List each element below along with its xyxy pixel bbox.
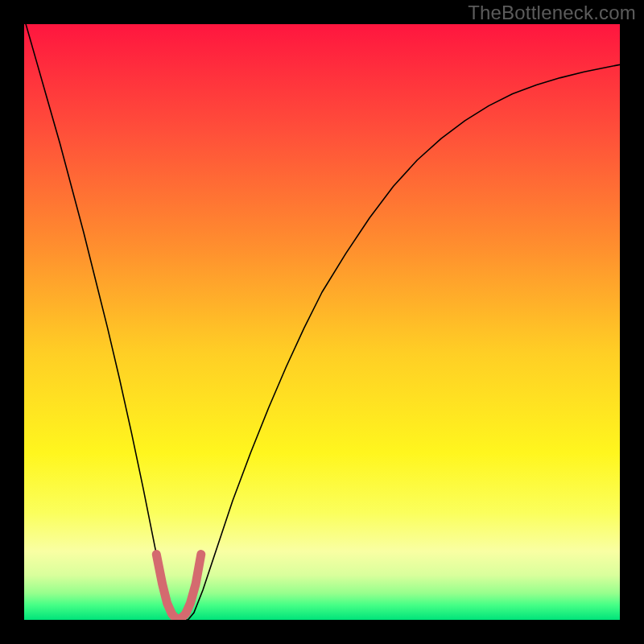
plot-svg [24,24,620,620]
watermark-text: TheBottleneck.com [468,2,636,24]
gradient-bg [24,24,620,620]
plot-area [24,24,620,620]
chart-frame: TheBottleneck.com [0,0,644,644]
